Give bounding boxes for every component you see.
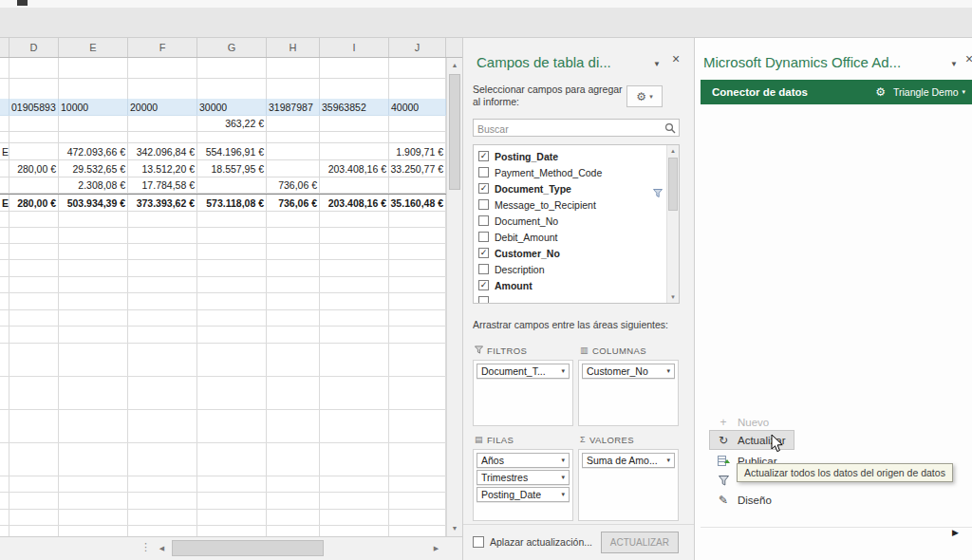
cell[interactable]: 203.408,16 €	[320, 195, 389, 211]
chip-dropdown-icon[interactable]: ▾	[666, 457, 670, 464]
cell[interactable]: 472.093,66 €	[59, 143, 128, 159]
cell[interactable]: 18.557,95 €	[197, 160, 267, 177]
field-row-message-to-recipient[interactable]: Message_to_Recipient	[474, 196, 679, 213]
cell[interactable]: 33.250,77 €	[389, 160, 446, 177]
cell[interactable]	[128, 116, 197, 131]
cell[interactable]: E	[0, 195, 9, 211]
rows-chip-anos[interactable]: Años ▾	[477, 453, 570, 468]
cell[interactable]	[0, 177, 9, 193]
field-checkbox[interactable]: ✓	[478, 183, 489, 194]
filters-chip-document-type[interactable]: Document_T... ▾	[477, 364, 570, 379]
pane-close-icon[interactable]: ×	[965, 51, 972, 66]
field-row-customer-no[interactable]: ✓ Customer_No	[474, 245, 679, 261]
cell[interactable]: 01905893	[9, 99, 59, 115]
cell[interactable]: 280,00 €	[9, 160, 59, 177]
cell[interactable]: 10000	[59, 99, 128, 115]
cell[interactable]	[267, 143, 320, 159]
cell[interactable]: 203.408,16 €	[320, 160, 389, 177]
field-list-scrollbar[interactable]: ▲ ▼	[666, 145, 679, 303]
filters-area[interactable]: Document_T... ▾	[473, 360, 573, 426]
field-row-posting-date[interactable]: ✓ Posting_Date	[474, 148, 679, 164]
scroll-right-arrow[interactable]: ▶	[428, 540, 444, 556]
field-row-document-type[interactable]: ✓ Document_Type	[474, 180, 679, 196]
company-selector[interactable]: Triangle Demo	[893, 86, 958, 98]
cell[interactable]: 280,00 €	[9, 195, 59, 211]
cell[interactable]	[9, 143, 59, 159]
column-header-f[interactable]: F	[128, 38, 197, 57]
scroll-up-arrow[interactable]: ▲	[667, 145, 679, 157]
chip-dropdown-icon[interactable]: ▾	[561, 474, 565, 481]
column-header-stub[interactable]	[0, 38, 9, 57]
column-header-j[interactable]: J	[389, 38, 446, 57]
columns-chip-customer-no[interactable]: Customer_No ▾	[582, 364, 675, 379]
vertical-scrollbar[interactable]: ▲ ▼	[446, 58, 462, 536]
search-icon[interactable]	[664, 122, 676, 134]
cell[interactable]	[320, 143, 389, 159]
scroll-left-arrow[interactable]: ◀	[154, 540, 170, 556]
scrollbar-thumb[interactable]	[668, 158, 678, 211]
gear-icon[interactable]: ⚙	[875, 86, 886, 98]
chip-dropdown-icon[interactable]: ▾	[561, 491, 565, 498]
menu-item-diseno[interactable]: ✎ Diseño	[716, 491, 772, 509]
cell[interactable]	[320, 116, 389, 131]
scroll-up-arrow[interactable]: ▲	[447, 58, 462, 73]
cell[interactable]	[320, 177, 389, 193]
cell[interactable]: 35.160,48 €	[389, 195, 446, 211]
search-input[interactable]	[474, 121, 679, 138]
cell[interactable]: 17.784,58 €	[128, 177, 197, 193]
scrollbar-thumb[interactable]	[449, 74, 460, 190]
values-chip-suma-de-amount[interactable]: Suma de Amo... ▾	[582, 453, 675, 468]
column-header-e[interactable]: E	[59, 38, 128, 57]
cell[interactable]: 363,22 €	[197, 116, 267, 131]
cell[interactable]	[59, 116, 128, 131]
cell[interactable]: 13.512,20 €	[128, 160, 197, 177]
column-header-h[interactable]: H	[267, 38, 320, 57]
field-checkbox[interactable]	[478, 264, 489, 274]
column-header-i[interactable]: I	[320, 38, 389, 57]
cell[interactable]: E	[0, 143, 9, 159]
cell[interactable]: 40000	[389, 99, 446, 115]
cell[interactable]: 20000	[128, 99, 197, 115]
values-area[interactable]: Suma de Amo... ▾	[578, 449, 679, 521]
field-checkbox[interactable]	[478, 199, 489, 210]
chip-dropdown-icon[interactable]: ▾	[561, 457, 565, 464]
cell[interactable]	[9, 177, 59, 193]
tools-button[interactable]: ⚙ ▾	[626, 85, 663, 107]
update-button[interactable]: ACTUALIZAR	[601, 532, 679, 553]
column-header-d[interactable]: D	[9, 38, 59, 57]
cell[interactable]: 736,06 €	[267, 195, 320, 211]
field-row-payment-method-code[interactable]: Payment_Method_Code	[474, 164, 679, 180]
cell[interactable]	[0, 116, 9, 131]
rows-chip-trimestres[interactable]: Trimestres ▾	[477, 470, 570, 485]
field-checkbox[interactable]	[478, 296, 489, 304]
cell[interactable]: 2.308,08 €	[59, 177, 128, 193]
field-checkbox[interactable]: ✓	[478, 248, 489, 258]
cell[interactable]	[9, 116, 59, 131]
empty-grid-rows[interactable]	[0, 211, 446, 536]
field-row-debit-amount[interactable]: Debit_Amount	[474, 229, 679, 245]
field-row-description[interactable]: Description	[474, 261, 679, 277]
pane-close-icon[interactable]: ×	[672, 51, 680, 66]
scroll-down-arrow[interactable]: ▼	[667, 291, 679, 303]
menu-item-filter[interactable]	[716, 472, 731, 490]
rows-chip-posting-date[interactable]: Posting_Date ▾	[477, 487, 570, 502]
rows-area[interactable]: Años ▾ Trimestres ▾ Posting_Date ▾	[473, 449, 573, 521]
columns-area[interactable]: Customer_No ▾	[578, 360, 679, 426]
field-row-document-no[interactable]: Document_No	[474, 213, 679, 229]
cell[interactable]: 736,06 €	[267, 177, 320, 193]
cell[interactable]: 503.934,39 €	[59, 195, 128, 211]
cell[interactable]	[389, 177, 446, 193]
chip-dropdown-icon[interactable]: ▾	[561, 367, 565, 375]
cell[interactable]	[389, 116, 446, 131]
cell[interactable]: 35963852	[320, 99, 389, 115]
scroll-down-arrow[interactable]: ▼	[447, 521, 462, 536]
cell[interactable]: 342.096,84 €	[128, 143, 197, 159]
field-checkbox[interactable]: ✓	[478, 151, 489, 161]
cell[interactable]	[197, 177, 267, 193]
cell[interactable]	[0, 99, 9, 115]
cell[interactable]: 573.118,08 €	[197, 195, 267, 211]
field-checkbox[interactable]: ✓	[478, 280, 489, 290]
cell[interactable]	[267, 160, 320, 177]
column-header-g[interactable]: G	[197, 38, 267, 57]
cell[interactable]: 31987987	[267, 99, 320, 115]
